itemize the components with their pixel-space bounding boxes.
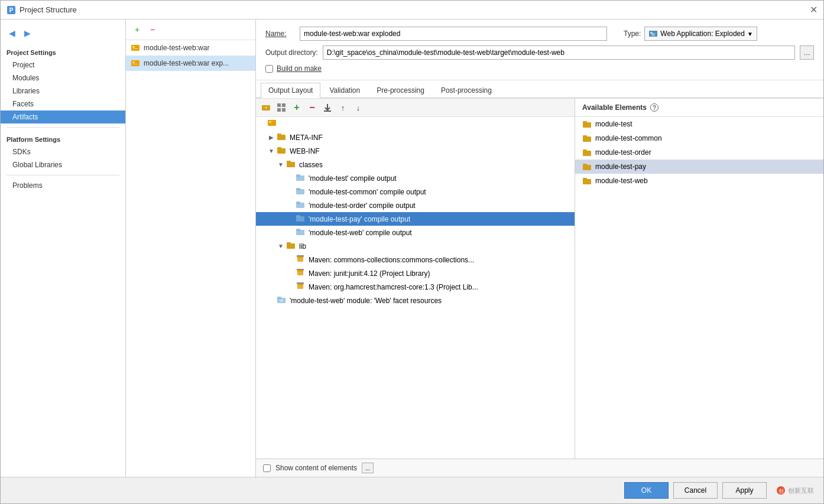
project-structure-window: P Project Structure ✕ ◀ ▶ Project Settin… xyxy=(0,0,824,504)
tree-arrow-icon: ▼ xyxy=(268,148,275,154)
sidebar-divider-2 xyxy=(7,175,119,175)
svg-rect-23 xyxy=(277,134,281,136)
output-dir-label: Output directory: xyxy=(265,48,318,57)
tree-node-icon-web: W xyxy=(277,295,286,306)
app-icon: P xyxy=(7,5,16,15)
avail-folder-icon xyxy=(582,148,592,157)
add-folder-button[interactable]: + xyxy=(259,101,272,114)
tree-node-lib[interactable]: ▼ lib xyxy=(256,239,575,253)
watermark: 创 创新互联 xyxy=(776,486,814,495)
tree-node-label: lib xyxy=(299,242,306,251)
cancel-button[interactable]: Cancel xyxy=(673,482,718,499)
tab-validation[interactable]: Validation xyxy=(322,83,368,97)
title-bar: P Project Structure ✕ xyxy=(1,1,823,19)
add-button[interactable]: + xyxy=(290,101,303,114)
ok-button[interactable]: OK xyxy=(624,482,669,499)
tree-node-compile-pay[interactable]: 'module-test-pay' compile output xyxy=(256,212,575,226)
sidebar-item-project[interactable]: Project xyxy=(1,58,125,71)
show-content-checkbox[interactable] xyxy=(263,464,271,472)
available-elements-panel: Available Elements ? module-test module-… xyxy=(575,99,823,459)
add-artifact-button[interactable]: + xyxy=(131,23,144,36)
back-button[interactable]: ◀ xyxy=(5,27,18,40)
avail-folder-icon xyxy=(582,162,592,171)
tab-output-layout[interactable]: Output Layout xyxy=(261,83,320,98)
svg-rect-15 xyxy=(282,103,286,107)
help-button[interactable]: ? xyxy=(650,103,658,112)
tree-node-maven-commons[interactable]: Maven: commons-collections:commons-colle… xyxy=(256,253,575,266)
sidebar-item-modules[interactable]: Modules xyxy=(1,71,125,84)
layout-icon xyxy=(277,103,286,112)
artifact-row-war-exploded[interactable]: module-test-web:war exp... xyxy=(126,56,255,71)
layout-button[interactable] xyxy=(275,101,288,114)
svg-rect-16 xyxy=(277,108,281,112)
platform-settings-header: Platform Settings xyxy=(1,134,125,145)
extract-icon xyxy=(323,103,332,112)
forward-button[interactable]: ▶ xyxy=(21,27,34,40)
move-down-button[interactable]: ↓ xyxy=(352,101,365,114)
tree-node-compile-order[interactable]: 'module-test-order' compile output xyxy=(256,199,575,212)
svg-rect-61 xyxy=(583,178,587,180)
tree-node-classes[interactable]: ▼ classes xyxy=(256,158,575,171)
svg-rect-27 xyxy=(287,161,291,163)
type-label: Type: xyxy=(624,30,641,38)
artifact-war-exploded-icon xyxy=(131,58,140,68)
move-up-button[interactable]: ↑ xyxy=(336,101,349,114)
tree-node-web-inf[interactable]: ▼ WEB-INF xyxy=(256,144,575,158)
tree-node-meta-inf[interactable]: ▶ META-INF xyxy=(256,131,575,144)
avail-item-label: module-test-common xyxy=(595,134,662,142)
avail-item-module-test-common[interactable]: module-test-common xyxy=(575,131,823,145)
avail-item-module-test-order[interactable]: module-test-order xyxy=(575,145,823,160)
type-value: Web Application: Exploded xyxy=(660,30,745,38)
browse-button[interactable]: … xyxy=(800,45,814,60)
avail-item-module-test-web[interactable]: module-test-web xyxy=(575,174,823,188)
main-content: ◀ ▶ Project Settings Project Modules Lib… xyxy=(1,19,823,477)
svg-rect-25 xyxy=(277,147,281,149)
tree-node-label: 'module-test-web' compile output xyxy=(309,229,412,237)
sidebar-item-facets[interactable]: Facets xyxy=(1,97,125,110)
detail-top: Name: Type: W Web Application: Exploded … xyxy=(256,19,823,80)
avail-item-module-test-pay[interactable]: module-test-pay xyxy=(575,160,823,174)
artifact-row-war[interactable]: module-test-web:war xyxy=(126,40,255,56)
svg-rect-55 xyxy=(583,135,587,138)
sidebar-item-global-libraries[interactable]: Global Libraries xyxy=(1,158,125,171)
build-on-make-checkbox[interactable] xyxy=(265,65,273,73)
artifact-list: module-test-web:war module-test-web:war … xyxy=(126,40,255,477)
name-label: Name: xyxy=(265,30,295,38)
tree-node-maven-hamcrest[interactable]: Maven: org.hamcrest:hamcrest-core:1.3 (P… xyxy=(256,280,575,294)
output-dir-row: Output directory: … xyxy=(265,45,814,60)
sidebar-item-sdks[interactable]: SDKs xyxy=(1,145,125,158)
name-input[interactable] xyxy=(300,27,607,41)
sidebar-item-libraries[interactable]: Libraries xyxy=(1,84,125,97)
tree-node-compile-common[interactable]: 'module-test-common' compile output xyxy=(256,185,575,199)
avail-item-module-test[interactable]: module-test xyxy=(575,117,823,131)
show-content-options-button[interactable]: ... xyxy=(362,463,374,473)
tree-node-output-root[interactable] xyxy=(256,117,575,131)
tree-node-compile-test[interactable]: 'module-test' compile output xyxy=(256,171,575,185)
extract-button[interactable] xyxy=(321,101,334,114)
svg-rect-39 xyxy=(287,242,291,245)
remove-artifact-button[interactable]: − xyxy=(146,23,159,36)
sidebar-item-problems[interactable]: Problems xyxy=(1,179,125,192)
tree-node-web-facet[interactable]: W 'module-test-web' module: 'Web' facet … xyxy=(256,294,575,307)
sidebar-divider xyxy=(7,127,119,128)
tree-toolbar: + + − xyxy=(256,99,575,117)
sidebar: ◀ ▶ Project Settings Project Modules Lib… xyxy=(1,19,126,477)
tree-node-icon-jar xyxy=(296,281,305,292)
tab-post-processing[interactable]: Post-processing xyxy=(433,83,499,97)
output-dir-input[interactable] xyxy=(323,45,795,60)
svg-rect-29 xyxy=(296,174,300,177)
remove-button[interactable]: − xyxy=(306,101,319,114)
tree-node-compile-web[interactable]: 'module-test-web' compile output xyxy=(256,226,575,239)
close-button[interactable]: ✕ xyxy=(810,4,817,15)
available-elements-label: Available Elements xyxy=(582,103,647,112)
type-dropdown[interactable]: W Web Application: Exploded ▼ xyxy=(644,27,757,41)
sidebar-item-artifacts[interactable]: Artifacts xyxy=(1,110,125,123)
apply-button[interactable]: Apply xyxy=(722,482,767,499)
tree-nodes: ▶ META-INF ▼ WEB-INF ▼ classes 'module-t… xyxy=(256,117,575,307)
tree-node-maven-junit[interactable]: Maven: junit:junit:4.12 (Project Library… xyxy=(256,266,575,280)
tree-node-label: Maven: junit:junit:4.12 (Project Library… xyxy=(309,269,430,278)
tab-pre-processing[interactable]: Pre-processing xyxy=(369,83,432,97)
artifact-panel: + − module-test-web:war xyxy=(126,19,256,477)
add-folder-icon: + xyxy=(261,103,271,112)
svg-rect-35 xyxy=(296,215,300,217)
